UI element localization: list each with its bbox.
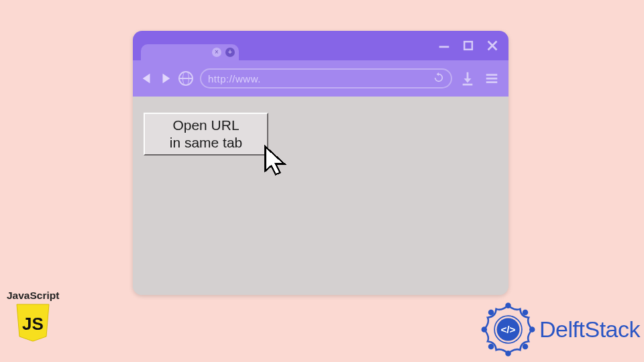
- javascript-badge: JavaScript JS: [7, 290, 59, 342]
- browser-chrome: × +: [133, 31, 508, 97]
- tab-add-icon[interactable]: +: [225, 48, 235, 57]
- delftstack-text: DelftStack: [539, 316, 640, 343]
- svg-text:JS: JS: [22, 314, 44, 334]
- svg-point-22: [523, 345, 528, 349]
- svg-marker-4: [143, 74, 150, 83]
- back-button[interactable]: [141, 72, 153, 84]
- svg-point-19: [506, 303, 511, 308]
- svg-point-25: [482, 327, 486, 332]
- maximize-button[interactable]: [460, 38, 476, 54]
- browser-tab[interactable]: × +: [141, 44, 239, 60]
- browser-window: × +: [133, 31, 508, 295]
- delftstack-logo-icon: </>: [480, 301, 537, 358]
- button-line1: Open URL: [172, 117, 239, 134]
- svg-point-23: [506, 351, 511, 356]
- hamburger-menu-icon[interactable]: [483, 70, 500, 87]
- button-line2: in same tab: [170, 134, 243, 152]
- svg-marker-13: [265, 147, 284, 175]
- cursor-icon: [262, 145, 290, 180]
- minimize-button[interactable]: [436, 38, 452, 54]
- javascript-label: JavaScript: [7, 290, 59, 302]
- open-url-button[interactable]: Open URL in same tab: [144, 113, 268, 156]
- address-bar-row: http://www.: [133, 60, 508, 97]
- delftstack-badge: </> DelftStack: [480, 301, 640, 358]
- svg-rect-1: [464, 42, 472, 50]
- globe-icon: [178, 71, 193, 86]
- title-bar: × +: [133, 31, 508, 60]
- close-button[interactable]: [484, 38, 500, 54]
- refresh-icon[interactable]: [433, 72, 444, 85]
- svg-marker-6: [437, 72, 439, 76]
- url-text: http://www.: [208, 73, 261, 84]
- svg-point-20: [523, 310, 528, 315]
- svg-marker-8: [464, 78, 472, 82]
- download-icon[interactable]: [459, 70, 476, 87]
- page-viewport: Open URL in same tab: [133, 97, 508, 295]
- window-controls: [436, 38, 500, 54]
- address-bar[interactable]: http://www.: [200, 68, 452, 88]
- svg-point-26: [489, 310, 494, 315]
- forward-button[interactable]: [160, 72, 172, 84]
- svg-text:</>: </>: [500, 324, 515, 335]
- tab-close-icon[interactable]: ×: [212, 48, 221, 57]
- javascript-shield-icon: JS: [15, 303, 50, 342]
- svg-marker-5: [163, 74, 170, 83]
- svg-point-21: [530, 327, 535, 332]
- svg-point-24: [489, 345, 494, 349]
